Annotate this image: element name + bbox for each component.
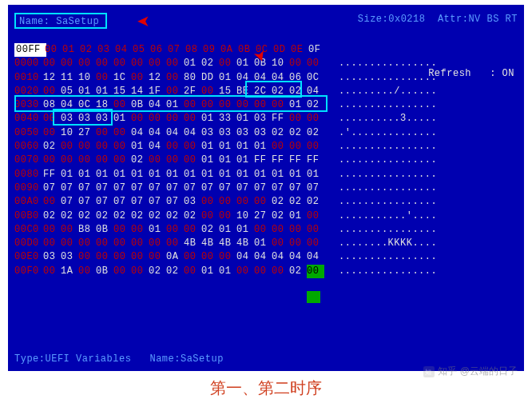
hex-cell[interactable]: 00 [113, 154, 131, 167]
hex-cell[interactable]: 0A [166, 250, 184, 264]
hex-cell[interactable]: 07 [166, 182, 184, 195]
hex-cell[interactable]: 00 [96, 154, 113, 167]
hex-cell[interactable]: 00 [184, 265, 201, 278]
hex-cell[interactable]: 04 [184, 126, 201, 140]
hex-cell[interactable]: 4B [219, 237, 236, 250]
hex-cell[interactable]: 01 [254, 140, 272, 154]
hex-cell[interactable]: 0C [307, 71, 324, 85]
hex-cell[interactable]: 01 [131, 168, 149, 182]
hex-row[interactable]: 003008040C18000B04010000000000000102....… [14, 98, 518, 112]
hex-cell[interactable]: 03 [61, 112, 78, 126]
hex-cell[interactable]: 02 [113, 209, 131, 223]
hex-cell[interactable]: 01 [166, 168, 184, 182]
hex-cell[interactable]: 02 [78, 209, 96, 223]
hex-cell[interactable]: 00 [219, 57, 236, 70]
hex-cell[interactable]: 02 [289, 126, 307, 140]
hex-row[interactable]: 00A000070707070707070300000000020202....… [14, 195, 518, 209]
hex-cell[interactable]: 07 [254, 182, 272, 195]
hex-cell[interactable]: 02 [272, 85, 289, 98]
hex-cell[interactable]: FF [289, 154, 307, 167]
hex-row[interactable]: 00200005010115141F002F0015BE2C020204....… [14, 85, 518, 98]
hex-cell[interactable]: 01 [219, 71, 236, 85]
hex-cell[interactable]: 01 [219, 140, 236, 154]
hex-cell[interactable]: 01 [201, 140, 219, 154]
hex-cell[interactable]: 00 [131, 265, 149, 278]
hex-cell[interactable]: 07 [131, 195, 149, 209]
hex-cell[interactable]: 07 [236, 182, 254, 195]
hex-cell[interactable]: DD [201, 71, 219, 85]
hex-cell[interactable]: 00 [307, 112, 324, 126]
hex-cell[interactable]: 00 [236, 265, 254, 278]
hex-cell[interactable]: 07 [61, 182, 78, 195]
hex-cell[interactable]: 0C [78, 98, 96, 112]
hex-cell[interactable]: 01 [236, 168, 254, 182]
hex-cell[interactable]: 01 [78, 85, 96, 98]
hex-cell[interactable]: 00 [113, 140, 131, 154]
hex-cell[interactable]: 00 [43, 265, 61, 278]
hex-cell[interactable]: 07 [307, 182, 324, 195]
hex-cell[interactable]: 27 [254, 209, 272, 223]
hex-cell[interactable]: 07 [96, 195, 113, 209]
hex-cell[interactable]: 00 [78, 154, 96, 167]
hex-cell[interactable]: 00 [307, 237, 324, 250]
hex-cell[interactable]: 06 [289, 71, 307, 85]
hex-cell[interactable]: 00 [61, 154, 78, 167]
hex-cell[interactable]: 01 [219, 154, 236, 167]
hex-cell[interactable]: 00 [96, 126, 113, 140]
hex-cell[interactable]: 07 [61, 195, 78, 209]
hex-editor-terminal[interactable]: Name: SaSetup Size:0x0218 Attr:NV BS RT … [8, 5, 524, 371]
hex-cell[interactable]: 00 [96, 237, 113, 250]
hex-cell[interactable]: 07 [166, 195, 184, 209]
hex-cell[interactable]: 07 [113, 182, 131, 195]
hex-cell[interactable]: 00 [113, 265, 131, 278]
hex-cell[interactable]: 00 [166, 237, 184, 250]
hex-cell[interactable]: 03 [43, 250, 61, 264]
hex-cell[interactable]: 00 [113, 57, 131, 70]
hex-cell[interactable]: 2F [184, 85, 201, 98]
hex-cell[interactable]: 04 [307, 85, 324, 98]
hex-cell[interactable]: 00 [113, 250, 131, 264]
hex-cell[interactable]: 00 [307, 57, 324, 70]
hex-cell[interactable]: 00 [149, 112, 166, 126]
hex-cell[interactable]: 00 [113, 237, 131, 250]
hex-cell[interactable]: 04 [61, 98, 78, 112]
hex-cell[interactable]: 02 [61, 209, 78, 223]
hex-row[interactable]: 00C00000B80B000001000002010100000000....… [14, 223, 518, 237]
hex-cell[interactable]: 0B [131, 98, 149, 112]
hex-cell[interactable]: 00 [272, 140, 289, 154]
hex-cell[interactable]: 00 [43, 85, 61, 98]
hex-cell[interactable]: 02 [131, 209, 149, 223]
hex-cell[interactable]: 00 [184, 112, 201, 126]
hex-cell[interactable]: 04 [272, 71, 289, 85]
hex-cell[interactable]: 00 [254, 195, 272, 209]
hex-cell[interactable]: FF [272, 154, 289, 167]
hex-cell[interactable]: 0B [96, 223, 113, 237]
hex-cell[interactable]: 00 [96, 140, 113, 154]
hex-cell[interactable]: 04 [307, 250, 324, 264]
hex-cell[interactable]: 04 [131, 126, 149, 140]
hex-cell[interactable]: 04 [149, 98, 166, 112]
hex-cell[interactable]: 02 [289, 265, 307, 278]
hex-cell[interactable]: 00 [201, 85, 219, 98]
hex-cell[interactable]: 01 [289, 168, 307, 182]
hex-cell[interactable]: 00 [184, 250, 201, 264]
hex-row[interactable]: 0070000000000002000000010101FFFFFFFF....… [14, 154, 518, 167]
hex-cell[interactable]: 00 [131, 250, 149, 264]
hex-cell[interactable]: 00 [96, 57, 113, 70]
hex-cell[interactable]: 01 [236, 112, 254, 126]
hex-cell[interactable]: 00 [201, 250, 219, 264]
hex-cell[interactable]: 1A [61, 265, 78, 278]
hex-cell[interactable]: 04 [149, 126, 166, 140]
hex-cell[interactable]: 03 [61, 250, 78, 264]
hex-cell[interactable]: 02 [201, 57, 219, 70]
hex-cell[interactable]: 15 [113, 85, 131, 98]
hex-cell[interactable]: 01 [113, 112, 131, 126]
hex-cell[interactable]: 02 [307, 98, 324, 112]
hex-cell[interactable]: 00 [96, 71, 113, 85]
hex-cell[interactable]: 00 [272, 237, 289, 250]
hex-cell[interactable]: 14 [131, 85, 149, 98]
hex-cell[interactable]: 01 [254, 168, 272, 182]
hex-cell[interactable]: 02 [43, 209, 61, 223]
hex-cell[interactable]: 04 [289, 250, 307, 264]
hex-cell[interactable]: 00 [219, 98, 236, 112]
